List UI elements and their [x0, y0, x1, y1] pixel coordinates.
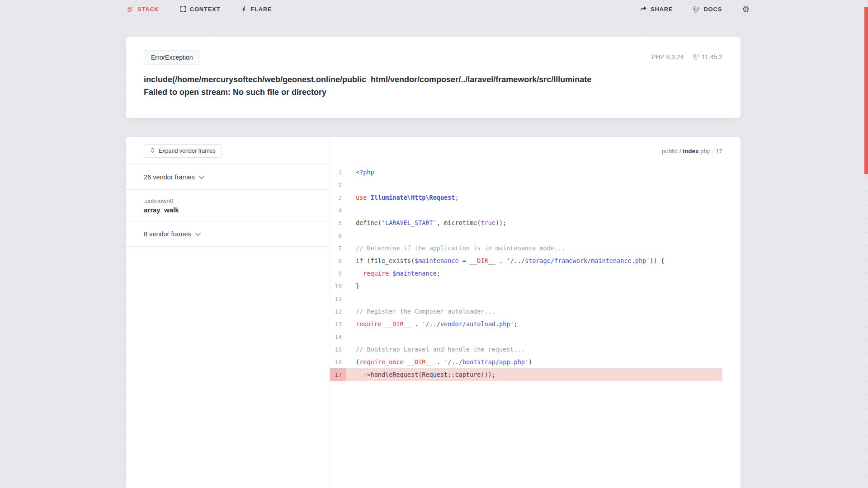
- file-path-suffix: .php : 17: [698, 148, 722, 155]
- flare-icon: [241, 6, 247, 13]
- line-number: 5: [330, 216, 346, 229]
- tab-context-label: CONTEXT: [190, 6, 221, 13]
- code-text: require $maintenance;: [346, 270, 440, 277]
- code-line: 16(require_once __DIR__ . '/../bootstrap…: [330, 356, 722, 368]
- tab-context[interactable]: CONTEXT: [180, 6, 221, 13]
- expand-vendor-frames-button[interactable]: Expand vendor frames: [144, 144, 222, 158]
- frame-file-label: .unknown0: [144, 197, 330, 205]
- docs-button[interactable]: DOCS: [693, 5, 722, 13]
- share-label: SHARE: [651, 6, 673, 13]
- stack-lines-icon: [127, 6, 134, 13]
- corner-brackets-icon: [180, 6, 186, 12]
- vendor-frames-group-label: 8 vendor frames: [144, 230, 191, 238]
- vendor-frames-group-bottom[interactable]: 8 vendor frames: [126, 221, 330, 247]
- gear-icon[interactable]: ⚙︎: [742, 5, 750, 14]
- expand-row: Expand vendor frames: [126, 137, 330, 165]
- code-line: 12// Register the Composer autoloader...: [330, 305, 722, 318]
- php-version: PHP 8.3.24: [651, 53, 684, 61]
- environment-meta: PHP 8.3.24 11.45.2: [651, 53, 722, 61]
- error-message-line1: include(/home/mercurysoftech/web/geonest…: [144, 73, 728, 86]
- line-number: 12: [330, 305, 346, 318]
- page-scrollbar-thumb[interactable]: [864, 7, 868, 174]
- line-number: 15: [330, 343, 346, 356]
- code-line: 2: [330, 178, 722, 191]
- share-button[interactable]: SHARE: [640, 6, 673, 13]
- code-line: 11: [330, 292, 722, 305]
- frame-method-label: array_walk: [144, 205, 330, 215]
- code-line: 3use Illuminate\Http\Request;: [330, 191, 722, 204]
- code-line: 1<?php: [330, 166, 722, 178]
- vendor-frames-group-label: 26 vendor frames: [144, 174, 195, 181]
- code-line-highlighted: 17 ->handleRequest(Request::capture());: [330, 368, 722, 381]
- docs-label: DOCS: [703, 6, 722, 13]
- line-number: 14: [330, 330, 346, 343]
- file-name: index: [683, 148, 698, 155]
- line-number: 2: [330, 178, 346, 191]
- code-text: // Bootstrap Laravel and handle the requ…: [346, 346, 525, 353]
- code-line: 6: [330, 229, 722, 242]
- code-text: }: [346, 282, 359, 290]
- code-line: 8if (file_exists($maintenance = __DIR__ …: [330, 254, 722, 267]
- line-number: 4: [330, 204, 346, 216]
- expand-vendor-frames-label: Expand vendor frames: [159, 148, 216, 154]
- code-line: 4: [330, 204, 722, 216]
- code-line: 13require __DIR__ . '/../vendor/autoload…: [330, 318, 722, 330]
- code-text: <?php: [346, 169, 374, 176]
- laravel-logo-icon: [693, 5, 700, 13]
- chevron-down-icon: [195, 230, 201, 238]
- error-card: ErrorException PHP 8.3.24 11.45.2 includ…: [126, 37, 741, 118]
- line-number: 16: [330, 356, 346, 368]
- code-line: 9 require $maintenance;: [330, 267, 722, 280]
- code-text: if (file_exists($maintenance = __DIR__ .…: [346, 257, 665, 264]
- code-line: 7// Determine if the application is in m…: [330, 242, 722, 254]
- code-line: 10}: [330, 280, 722, 292]
- code-text: ->handleRequest(Request::capture());: [346, 371, 495, 378]
- stack-trace-card: Expand vendor frames 26 vendor frames .u…: [126, 137, 741, 488]
- laravel-logo-icon: [693, 53, 699, 61]
- line-number: 13: [330, 318, 346, 330]
- error-message-line2: Failed to open stream: No such file or d…: [144, 86, 728, 99]
- stack-frame-array-walk[interactable]: .unknown0 array_walk: [126, 190, 330, 221]
- unfold-vertical-icon: [150, 147, 155, 155]
- laravel-version: 11.45.2: [693, 53, 722, 61]
- code-panel: public / index.php : 17 1<?php23use Illu…: [330, 137, 741, 488]
- line-number: 6: [330, 229, 346, 242]
- chevron-down-icon: [199, 174, 204, 181]
- share-arrow-icon: [640, 6, 647, 12]
- line-number: 17: [330, 368, 346, 381]
- line-number: 3: [330, 191, 346, 204]
- laravel-version-number: 11.45.2: [702, 53, 722, 61]
- line-number: 11: [330, 292, 346, 305]
- line-number: 9: [330, 267, 346, 280]
- code-area: 1<?php23use Illuminate\Http\Request;45de…: [330, 166, 722, 381]
- code-line: 15// Bootstrap Laravel and handle the re…: [330, 343, 722, 356]
- line-number: 10: [330, 280, 346, 292]
- code-text: use Illuminate\Http\Request;: [346, 194, 459, 201]
- error-message: include(/home/mercurysoftech/web/geonest…: [144, 73, 728, 99]
- code-text: define('LARAVEL_START', microtime(true))…: [346, 219, 506, 226]
- file-path-header: public / index.php : 17: [662, 148, 722, 155]
- code-text: // Register the Composer autoloader...: [346, 308, 495, 315]
- tab-flare[interactable]: FLARE: [241, 6, 272, 13]
- tab-stack[interactable]: STACK: [127, 6, 159, 13]
- line-number: 1: [330, 166, 346, 178]
- frames-sidebar: Expand vendor frames 26 vendor frames .u…: [126, 137, 330, 488]
- tab-flare-label: FLARE: [250, 6, 272, 13]
- tab-stack-label: STACK: [137, 6, 159, 13]
- file-path-prefix: public /: [662, 148, 683, 155]
- line-number: 8: [330, 254, 346, 267]
- code-text: require __DIR__ . '/../vendor/autoload.p…: [346, 320, 518, 328]
- code-text: // Determine if the application is in ma…: [346, 244, 565, 252]
- code-line: 5define('LARAVEL_START', microtime(true)…: [330, 216, 722, 229]
- vendor-frames-group-top[interactable]: 26 vendor frames: [126, 165, 330, 190]
- code-line: 14: [330, 330, 722, 343]
- exception-class-badge: ErrorException: [144, 50, 200, 65]
- code-text: (require_once __DIR__ . '/../bootstrap/a…: [346, 358, 532, 366]
- top-nav: STACK CONTEXT FLARE: [127, 0, 272, 18]
- top-nav-actions: SHARE DOCS ⚙︎: [640, 0, 750, 18]
- line-number: 7: [330, 242, 346, 254]
